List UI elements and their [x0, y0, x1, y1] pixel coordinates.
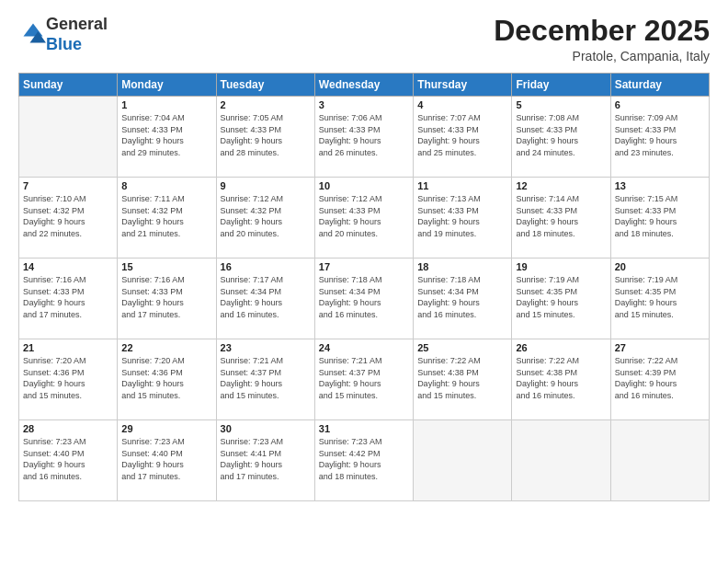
- weekday-wednesday: Wednesday: [314, 74, 413, 97]
- day-info: Sunrise: 7:23 AMSunset: 4:42 PMDaylight:…: [319, 436, 409, 482]
- calendar-cell: 11Sunrise: 7:13 AMSunset: 4:33 PMDayligh…: [414, 178, 512, 259]
- calendar-cell: 17Sunrise: 7:18 AMSunset: 4:34 PMDayligh…: [314, 259, 413, 339]
- calendar-cell: 31Sunrise: 7:23 AMSunset: 4:42 PMDayligh…: [314, 420, 413, 501]
- calendar-cell: 25Sunrise: 7:22 AMSunset: 4:38 PMDayligh…: [414, 339, 512, 420]
- calendar-week-2: 7Sunrise: 7:10 AMSunset: 4:32 PMDaylight…: [19, 178, 710, 259]
- calendar-week-4: 21Sunrise: 7:20 AMSunset: 4:36 PMDayligh…: [19, 339, 710, 420]
- calendar-cell: 30Sunrise: 7:23 AMSunset: 4:41 PMDayligh…: [216, 420, 314, 501]
- day-info: Sunrise: 7:22 AMSunset: 4:38 PMDaylight:…: [516, 355, 606, 401]
- day-number: 24: [319, 342, 409, 353]
- day-info: Sunrise: 7:12 AMSunset: 4:32 PMDaylight:…: [221, 193, 311, 239]
- day-info: Sunrise: 7:22 AMSunset: 4:39 PMDaylight:…: [615, 355, 705, 401]
- logo-blue-text: Blue: [46, 35, 82, 53]
- calendar-cell: [512, 420, 610, 501]
- day-info: Sunrise: 7:13 AMSunset: 4:33 PMDaylight:…: [417, 193, 507, 239]
- calendar-cell: 1Sunrise: 7:04 AMSunset: 4:33 PMDaylight…: [118, 97, 216, 178]
- day-number: 28: [23, 423, 113, 434]
- day-number: 21: [23, 342, 113, 353]
- day-number: 8: [121, 180, 211, 191]
- calendar-cell: 3Sunrise: 7:06 AMSunset: 4:33 PMDaylight…: [314, 97, 413, 178]
- calendar-cell: 29Sunrise: 7:23 AMSunset: 4:40 PMDayligh…: [118, 420, 216, 501]
- day-number: 19: [516, 261, 606, 272]
- calendar-cell: 6Sunrise: 7:09 AMSunset: 4:33 PMDaylight…: [610, 97, 709, 178]
- day-number: 4: [417, 99, 507, 110]
- day-info: Sunrise: 7:20 AMSunset: 4:36 PMDaylight:…: [23, 355, 113, 401]
- day-info: Sunrise: 7:23 AMSunset: 4:41 PMDaylight:…: [221, 436, 311, 482]
- page: General Blue December 2025 Pratole, Camp…: [0, 0, 728, 563]
- day-info: Sunrise: 7:11 AMSunset: 4:32 PMDaylight:…: [121, 193, 211, 239]
- day-info: Sunrise: 7:19 AMSunset: 4:35 PMDaylight:…: [516, 274, 606, 320]
- calendar-cell: 8Sunrise: 7:11 AMSunset: 4:32 PMDaylight…: [118, 178, 216, 259]
- title-block: December 2025 Pratole, Campania, Italy: [494, 15, 710, 63]
- calendar-cell: 14Sunrise: 7:16 AMSunset: 4:33 PMDayligh…: [19, 259, 118, 339]
- calendar-cell: [610, 420, 709, 501]
- day-number: 1: [121, 99, 211, 110]
- day-number: 20: [615, 261, 705, 272]
- day-number: 27: [615, 342, 705, 353]
- logo: General Blue: [18, 15, 108, 54]
- day-info: Sunrise: 7:08 AMSunset: 4:33 PMDaylight:…: [516, 112, 606, 158]
- day-number: 9: [221, 180, 311, 191]
- weekday-saturday: Saturday: [610, 74, 709, 97]
- calendar-cell: 21Sunrise: 7:20 AMSunset: 4:36 PMDayligh…: [19, 339, 118, 420]
- calendar-cell: [19, 97, 118, 178]
- calendar-body: 1Sunrise: 7:04 AMSunset: 4:33 PMDaylight…: [19, 97, 710, 501]
- day-info: Sunrise: 7:19 AMSunset: 4:35 PMDaylight:…: [615, 274, 705, 320]
- day-number: 26: [516, 342, 606, 353]
- calendar-week-3: 14Sunrise: 7:16 AMSunset: 4:33 PMDayligh…: [19, 259, 710, 339]
- calendar-cell: 4Sunrise: 7:07 AMSunset: 4:33 PMDaylight…: [414, 97, 512, 178]
- weekday-sunday: Sunday: [19, 74, 118, 97]
- day-info: Sunrise: 7:16 AMSunset: 4:33 PMDaylight:…: [23, 274, 113, 320]
- calendar-cell: 9Sunrise: 7:12 AMSunset: 4:32 PMDaylight…: [216, 178, 314, 259]
- calendar-table: SundayMondayTuesdayWednesdayThursdayFrid…: [18, 73, 710, 501]
- weekday-thursday: Thursday: [414, 74, 512, 97]
- day-info: Sunrise: 7:07 AMSunset: 4:33 PMDaylight:…: [417, 112, 507, 158]
- calendar-cell: 20Sunrise: 7:19 AMSunset: 4:35 PMDayligh…: [610, 259, 709, 339]
- calendar-cell: 27Sunrise: 7:22 AMSunset: 4:39 PMDayligh…: [610, 339, 709, 420]
- day-number: 25: [417, 342, 507, 353]
- day-info: Sunrise: 7:12 AMSunset: 4:33 PMDaylight:…: [319, 193, 409, 239]
- day-number: 15: [121, 261, 211, 272]
- calendar-cell: 22Sunrise: 7:20 AMSunset: 4:36 PMDayligh…: [118, 339, 216, 420]
- calendar-cell: 24Sunrise: 7:21 AMSunset: 4:37 PMDayligh…: [314, 339, 413, 420]
- calendar-cell: 2Sunrise: 7:05 AMSunset: 4:33 PMDaylight…: [216, 97, 314, 178]
- day-number: 5: [516, 99, 606, 110]
- day-number: 31: [319, 423, 409, 434]
- calendar-cell: 28Sunrise: 7:23 AMSunset: 4:40 PMDayligh…: [19, 420, 118, 501]
- day-info: Sunrise: 7:14 AMSunset: 4:33 PMDaylight:…: [516, 193, 606, 239]
- day-info: Sunrise: 7:10 AMSunset: 4:32 PMDaylight:…: [23, 193, 113, 239]
- calendar-cell: 16Sunrise: 7:17 AMSunset: 4:34 PMDayligh…: [216, 259, 314, 339]
- day-number: 2: [221, 99, 311, 110]
- day-info: Sunrise: 7:04 AMSunset: 4:33 PMDaylight:…: [121, 112, 211, 158]
- day-info: Sunrise: 7:18 AMSunset: 4:34 PMDaylight:…: [319, 274, 409, 320]
- calendar-cell: 5Sunrise: 7:08 AMSunset: 4:33 PMDaylight…: [512, 97, 610, 178]
- day-info: Sunrise: 7:16 AMSunset: 4:33 PMDaylight:…: [121, 274, 211, 320]
- header: General Blue December 2025 Pratole, Camp…: [18, 15, 710, 63]
- calendar-cell: 7Sunrise: 7:10 AMSunset: 4:32 PMDaylight…: [19, 178, 118, 259]
- calendar-cell: 10Sunrise: 7:12 AMSunset: 4:33 PMDayligh…: [314, 178, 413, 259]
- calendar-cell: 18Sunrise: 7:18 AMSunset: 4:34 PMDayligh…: [414, 259, 512, 339]
- calendar-cell: 23Sunrise: 7:21 AMSunset: 4:37 PMDayligh…: [216, 339, 314, 420]
- day-number: 14: [23, 261, 113, 272]
- calendar-week-5: 28Sunrise: 7:23 AMSunset: 4:40 PMDayligh…: [19, 420, 710, 501]
- day-info: Sunrise: 7:20 AMSunset: 4:36 PMDaylight:…: [121, 355, 211, 401]
- calendar-subtitle: Pratole, Campania, Italy: [494, 49, 710, 63]
- day-number: 30: [221, 423, 311, 434]
- calendar-cell: 19Sunrise: 7:19 AMSunset: 4:35 PMDayligh…: [512, 259, 610, 339]
- calendar-cell: [414, 420, 512, 501]
- weekday-monday: Monday: [118, 74, 216, 97]
- calendar-week-1: 1Sunrise: 7:04 AMSunset: 4:33 PMDaylight…: [19, 97, 710, 178]
- logo-general-text: General: [46, 15, 108, 33]
- calendar-cell: 26Sunrise: 7:22 AMSunset: 4:38 PMDayligh…: [512, 339, 610, 420]
- day-info: Sunrise: 7:06 AMSunset: 4:33 PMDaylight:…: [319, 112, 409, 158]
- day-number: 11: [417, 180, 507, 191]
- logo-icon: [20, 20, 46, 46]
- day-number: 23: [221, 342, 311, 353]
- day-info: Sunrise: 7:15 AMSunset: 4:33 PMDaylight:…: [615, 193, 705, 239]
- calendar-cell: 12Sunrise: 7:14 AMSunset: 4:33 PMDayligh…: [512, 178, 610, 259]
- day-info: Sunrise: 7:17 AMSunset: 4:34 PMDaylight:…: [221, 274, 311, 320]
- day-info: Sunrise: 7:18 AMSunset: 4:34 PMDaylight:…: [417, 274, 507, 320]
- day-info: Sunrise: 7:23 AMSunset: 4:40 PMDaylight:…: [23, 436, 113, 482]
- day-number: 7: [23, 180, 113, 191]
- calendar-header: SundayMondayTuesdayWednesdayThursdayFrid…: [19, 74, 710, 97]
